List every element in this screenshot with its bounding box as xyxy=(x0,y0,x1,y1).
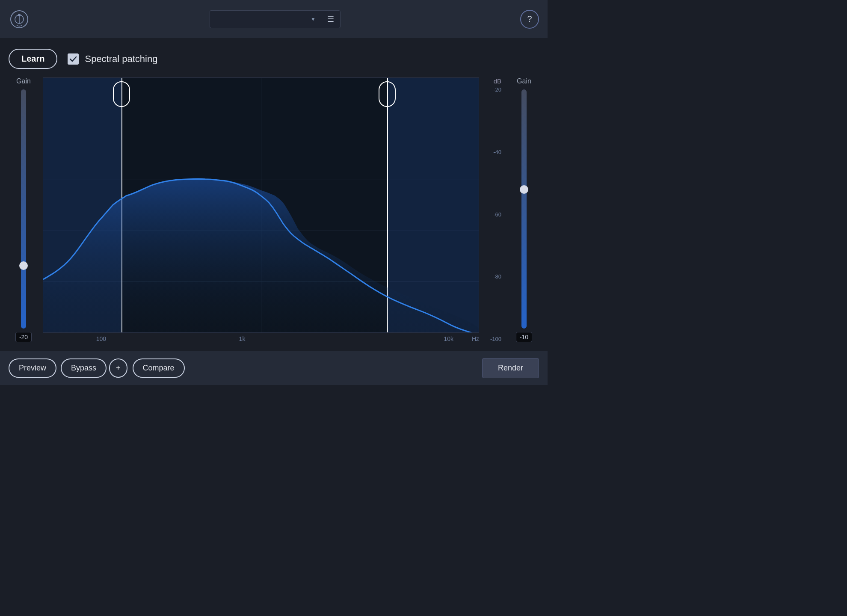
spectrum-canvas xyxy=(43,77,479,333)
db-label-20: -20 xyxy=(483,86,501,93)
freq-label-100: 100 xyxy=(96,335,106,342)
db-header: dB xyxy=(483,77,501,85)
spectral-patching-checkbox[interactable] xyxy=(68,53,79,65)
gain-left-value: -20 xyxy=(15,332,32,342)
app-logo xyxy=(9,9,30,30)
svg-point-2 xyxy=(18,14,21,16)
menu-button[interactable]: ☰ xyxy=(321,10,341,28)
preview-button[interactable]: Preview xyxy=(9,358,56,378)
gain-left-thumb[interactable] xyxy=(19,261,28,270)
render-button[interactable]: Render xyxy=(482,358,539,378)
spectrum-curve xyxy=(43,78,479,332)
db-label-40: -40 xyxy=(483,149,501,155)
gain-slider-left: Gain -20 xyxy=(9,77,43,342)
footer-left: Preview Bypass + Compare xyxy=(9,358,185,378)
spectral-patching-label: Spectral patching xyxy=(85,53,157,65)
db-scale: dB -20 -40 -60 -80 -100 xyxy=(479,77,505,342)
freq-unit: Hz xyxy=(472,335,479,342)
compare-button[interactable]: Compare xyxy=(133,358,185,378)
freq-axis: 100 1k 10k Hz xyxy=(43,333,479,342)
analyzer-section: Gain -20 xyxy=(9,77,539,342)
top-controls: Learn Spectral patching xyxy=(9,49,539,69)
freq-label-1k: 1k xyxy=(239,335,246,342)
preset-dropdown[interactable]: ▼ xyxy=(210,10,321,28)
dropdown-arrow-icon: ▼ xyxy=(311,16,316,22)
gain-slider-right: Gain -10 xyxy=(505,77,539,342)
learn-button[interactable]: Learn xyxy=(9,49,57,69)
db-label-100: -100 xyxy=(483,336,501,342)
gain-right-track[interactable] xyxy=(521,89,527,329)
main-content: Learn Spectral patching Gain -20 xyxy=(0,38,548,351)
gain-right-label: Gain xyxy=(517,77,531,85)
db-label-80: -80 xyxy=(483,273,501,280)
gain-left-track[interactable] xyxy=(21,89,26,329)
freq-label-10k: 10k xyxy=(444,335,453,342)
add-button[interactable]: + xyxy=(109,358,127,378)
spectrum-wrapper: 100 1k 10k Hz xyxy=(43,77,479,342)
bypass-button[interactable]: Bypass xyxy=(61,358,107,378)
footer: Preview Bypass + Compare Render xyxy=(0,351,548,385)
gain-right-value: -10 xyxy=(516,332,532,342)
db-labels: -20 -40 -60 -80 -100 xyxy=(483,86,501,342)
spectral-patching-control: Spectral patching xyxy=(68,53,157,65)
help-button[interactable]: ? xyxy=(520,10,539,29)
gain-right-thumb[interactable] xyxy=(520,185,528,194)
db-label-60: -60 xyxy=(483,211,501,218)
gain-left-label: Gain xyxy=(16,77,31,85)
header: ▼ ☰ ? xyxy=(0,0,548,38)
header-center: ▼ ☰ xyxy=(210,10,341,28)
